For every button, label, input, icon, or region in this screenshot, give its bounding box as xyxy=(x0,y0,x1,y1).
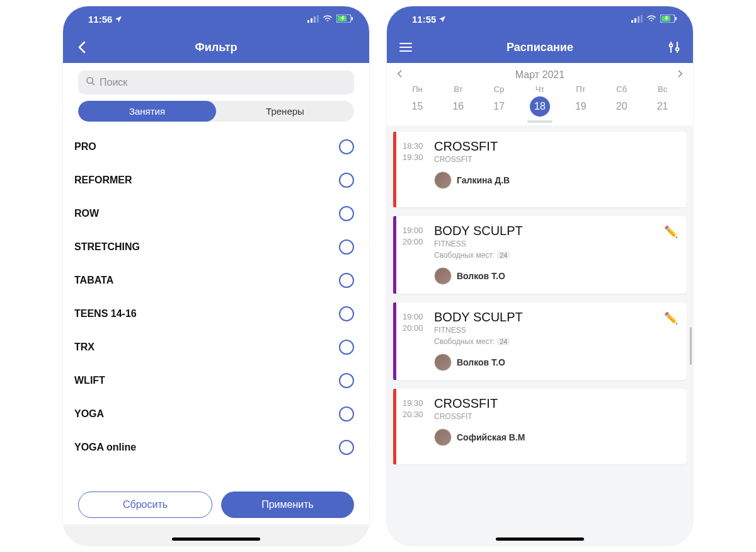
status-bar: 11:55 xyxy=(387,6,693,32)
class-start: 19:30 xyxy=(403,398,433,409)
avatar xyxy=(434,354,452,371)
class-trainer: Софийская В.М xyxy=(434,428,679,446)
class-card[interactable]: 19:0020:00BODY SCULPTFITNESSСвободных ме… xyxy=(393,216,687,294)
filter-item[interactable]: REFORMER xyxy=(73,164,359,197)
filter-item-radio[interactable] xyxy=(339,139,354,154)
class-trainer: Волков Т.О xyxy=(434,354,679,371)
reset-button[interactable]: Сбросить xyxy=(78,492,212,518)
filter-item-radio[interactable] xyxy=(339,206,354,221)
sliders-icon xyxy=(668,42,680,53)
filter-item[interactable]: TABATA xyxy=(73,264,359,297)
pencil-icon[interactable]: ✏️ xyxy=(664,311,678,325)
calendar-dow: Сб xyxy=(616,84,627,94)
calendar-week: Пн15Вт16Ср17Чт18Пт19Сб20Вс21 xyxy=(397,84,683,117)
calendar-day-number: 20 xyxy=(612,96,632,117)
class-trainer: Волков Т.О xyxy=(434,267,679,285)
segment-classes[interactable]: Занятия xyxy=(78,101,216,122)
filter-item-label: STRETCHING xyxy=(74,241,140,253)
wifi-icon xyxy=(323,14,333,25)
filter-item[interactable]: YOGA online xyxy=(73,431,359,464)
filter-item[interactable]: TEENS 14-16 xyxy=(73,297,359,331)
calendar-dow: Ср xyxy=(494,84,505,94)
class-end: 20:30 xyxy=(403,409,433,420)
filter-item-label: REFORMER xyxy=(74,175,132,186)
calendar-day[interactable]: Вт16 xyxy=(438,84,479,117)
svg-rect-10 xyxy=(638,16,639,23)
calendar-day[interactable]: Сб20 xyxy=(601,84,642,117)
pencil-icon[interactable]: ✏️ xyxy=(664,225,678,239)
calendar-month: Март 2021 xyxy=(515,69,564,81)
calendar-day-number: 16 xyxy=(448,96,468,117)
next-month-button[interactable] xyxy=(677,69,683,81)
class-card[interactable]: 18:3019:30CROSSFITCROSSFITГалкина Д.В xyxy=(393,132,687,207)
class-list[interactable]: 18:3019:30CROSSFITCROSSFITГалкина Д.В19:… xyxy=(387,125,693,524)
home-indicator[interactable] xyxy=(496,538,584,541)
filter-item-radio[interactable] xyxy=(339,373,354,388)
calendar-header: Март 2021 Пн15Вт16Ср17Чт18Пт19Сб20Вс21 xyxy=(387,63,693,125)
filter-item[interactable]: YOGA xyxy=(73,398,359,431)
svg-rect-14 xyxy=(675,17,677,20)
filter-item-radio[interactable] xyxy=(339,239,354,255)
nav-title: Фильтр xyxy=(195,41,237,54)
signal-icon xyxy=(307,14,319,25)
svg-rect-11 xyxy=(641,15,643,23)
search-input[interactable]: Поиск xyxy=(78,71,354,95)
calendar-handle[interactable] xyxy=(527,120,553,123)
avatar xyxy=(434,267,452,285)
filter-item[interactable]: STRETCHING xyxy=(73,231,359,264)
class-content: CROSSFITCROSSFITГалкина Д.В xyxy=(433,132,687,207)
class-subtitle: CROSSFIT xyxy=(434,155,679,164)
calendar-day[interactable]: Ср17 xyxy=(479,84,520,117)
calendar-dow: Пн xyxy=(412,84,423,94)
filter-item-radio[interactable] xyxy=(339,173,354,188)
phone-schedule: 11:55 Расписание xyxy=(387,6,693,546)
battery-icon xyxy=(336,14,353,25)
filter-item-radio[interactable] xyxy=(339,306,354,321)
filter-item-radio[interactable] xyxy=(339,406,354,422)
filter-button[interactable] xyxy=(667,42,682,53)
nav-bar-filter: Фильтр xyxy=(63,32,369,63)
search-placeholder: Поиск xyxy=(100,77,127,88)
calendar-day[interactable]: Пт19 xyxy=(560,84,601,117)
calendar-day[interactable]: Вс21 xyxy=(642,84,683,117)
class-content: CROSSFITCROSSFITСофийская В.М xyxy=(433,389,687,464)
filter-item[interactable]: ROW xyxy=(73,197,359,231)
class-content: BODY SCULPTFITNESSСвободных мест:24Волко… xyxy=(433,302,687,380)
filter-item-radio[interactable] xyxy=(339,440,354,455)
calendar-day[interactable]: Пн15 xyxy=(397,84,438,117)
slots-value: 24 xyxy=(497,338,510,345)
calendar-dow: Вс xyxy=(658,84,667,94)
class-subtitle: FITNESS xyxy=(434,326,679,335)
class-card[interactable]: 19:0020:00BODY SCULPTFITNESSСвободных ме… xyxy=(393,302,687,380)
filter-item-radio[interactable] xyxy=(339,340,354,355)
class-end: 20:00 xyxy=(403,236,433,248)
class-card[interactable]: 19:3020:30CROSSFITCROSSFITСофийская В.М xyxy=(393,389,687,464)
class-start: 19:00 xyxy=(403,311,433,323)
avatar xyxy=(434,171,452,189)
apply-button[interactable]: Применить xyxy=(221,492,354,518)
filter-item-label: TABATA xyxy=(74,275,113,286)
class-trainer: Галкина Д.В xyxy=(434,171,679,189)
filter-body: Поиск Занятия Тренеры PROREFORMERROWSTRE… xyxy=(63,63,369,524)
phone-filter: 11:56 Фильтр Поиск xyxy=(63,6,369,546)
prev-month-button[interactable] xyxy=(397,69,403,81)
segment-trainers[interactable]: Тренеры xyxy=(216,101,354,122)
svg-rect-2 xyxy=(314,16,316,23)
filter-item[interactable]: TRX xyxy=(73,331,359,364)
svg-point-15 xyxy=(670,44,673,47)
calendar-day-number: 21 xyxy=(653,96,673,117)
menu-button[interactable] xyxy=(398,43,413,52)
home-indicator[interactable] xyxy=(172,538,260,541)
filter-item[interactable]: WLIFT xyxy=(73,364,359,398)
location-arrow-icon xyxy=(115,14,122,25)
calendar-day[interactable]: Чт18 xyxy=(520,84,561,117)
filter-list: PROREFORMERROWSTRETCHINGTABATATEENS 14-1… xyxy=(73,130,359,485)
svg-point-16 xyxy=(676,48,679,51)
signal-icon xyxy=(631,14,643,25)
svg-rect-6 xyxy=(352,17,353,20)
filter-item[interactable]: PRO xyxy=(73,130,359,164)
back-button[interactable] xyxy=(74,41,89,54)
chevron-right-icon xyxy=(677,69,683,78)
slots-value: 24 xyxy=(497,251,510,259)
filter-item-radio[interactable] xyxy=(339,273,354,288)
